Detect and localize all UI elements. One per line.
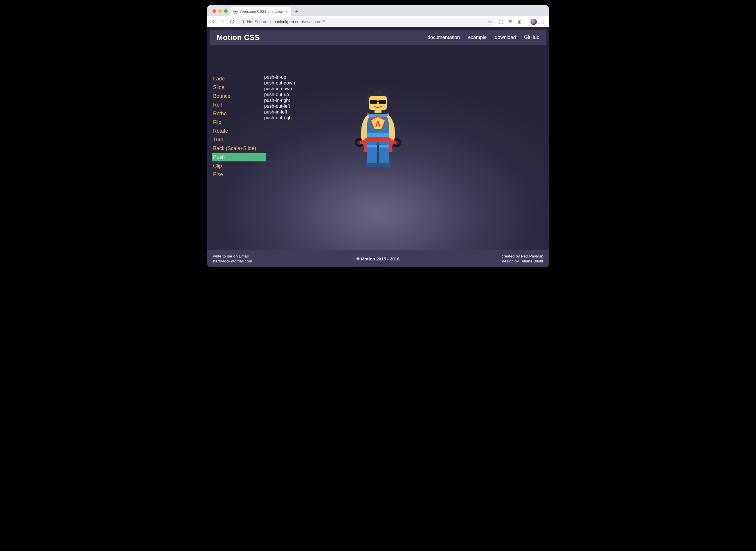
separator [526,19,526,24]
footer-credits: created by Petr Pavlyuk design by Tetian… [501,254,543,263]
category-item-clip[interactable]: Clip [212,161,262,170]
window-controls [212,9,228,13]
animation-item-push-out-up[interactable]: push-out-up [264,92,295,97]
animation-list: push-in-uppush-out-downpush-in-downpush-… [262,74,295,179]
svg-rect-2 [509,22,512,23]
category-list: FadeSlideBounceRollRotboFlipRotateTurnBa… [207,74,262,179]
browser-tab[interactable]: Awesome CSS3 animation × [230,7,291,16]
site-footer: write to me on Email hartryfock@gmail.co… [207,250,549,267]
category-item-else[interactable]: Else [212,170,262,179]
category-item-turn[interactable]: Turn [212,135,262,144]
category-item-flip[interactable]: Flip [212,118,262,126]
hero-letter: A [375,120,381,128]
tab-close-button[interactable]: × [286,9,288,14]
menu-button[interactable]: ⋮ [541,19,546,25]
browser-toolbar: ⓘ Not Secure pavlyukpetr.com/awesome/# ☆… [207,16,549,27]
animation-item-push-in-up[interactable]: push-in-up [264,74,295,80]
animation-item-push-in-right[interactable]: push-in-right [264,97,295,103]
footer-copyright: © Motion 2015 - 2016 [356,256,400,261]
animation-item-push-in-down[interactable]: push-in-down [264,86,295,92]
svg-rect-8 [377,101,379,102]
window-minimize-button[interactable] [218,9,222,13]
svg-rect-19 [379,163,390,167]
extension-icon-2[interactable] [508,19,513,24]
site-nav: documentation example download GitHub [428,35,540,40]
footer-contact: write to me on Email hartryfock@gmail.co… [213,254,252,263]
category-item-fade[interactable]: Fade [212,74,262,83]
nav-link-download[interactable]: download [495,35,516,40]
tab-title: Awesome CSS3 animation [240,10,283,14]
browser-window: Awesome CSS3 animation × + ⓘ Not Secure … [207,5,549,267]
svg-rect-7 [379,100,386,104]
category-item-back-scale-slide-[interactable]: Back (Scale+Slide) [212,144,262,153]
svg-rect-0 [509,20,512,21]
animation-item-push-out-right[interactable]: push-out-right [264,115,295,121]
category-item-rotbo[interactable]: Rotbo [212,109,262,118]
footer-write-label: write to me on Email [213,254,252,259]
animation-item-push-out-down[interactable]: push-out-down [264,80,295,86]
hero-illustration: A [352,88,404,175]
svg-rect-15 [379,145,389,163]
new-tab-button[interactable]: + [293,8,301,16]
footer-designer-link[interactable]: Tetiana Bilotil [520,259,543,263]
nav-link-example[interactable]: example [468,35,487,40]
category-item-bounce[interactable]: Bounce [212,92,262,100]
site-title: Motion CSS [216,33,260,42]
security-indicator[interactable]: ⓘ Not Secure [241,19,267,24]
category-item-rotate[interactable]: Rotate [212,126,262,135]
security-label: Not Secure [247,19,267,24]
extension-icon-1[interactable]: ◯ [498,19,504,24]
site-header: Motion CSS documentation example downloa… [210,30,546,45]
window-close-button[interactable] [212,9,216,13]
category-item-push[interactable]: Push [212,153,266,161]
extension-icon-3[interactable] [517,19,522,24]
profile-avatar[interactable] [531,19,537,25]
footer-email-link[interactable]: hartryfock@gmail.com [213,259,252,263]
nav-link-github[interactable]: GitHub [524,35,540,40]
reload-button[interactable] [229,19,235,25]
svg-rect-1 [509,21,512,22]
svg-rect-17 [379,145,389,147]
extension-icons: ◯ ⋮ [498,19,546,25]
page-viewport: Motion CSS documentation example downloa… [207,27,549,267]
info-icon: ⓘ [241,19,245,24]
url-text: pavlyukpetr.com/awesome/# [273,19,325,24]
animation-item-push-out-left[interactable]: push-out-left [264,103,295,109]
svg-rect-6 [370,100,377,104]
bookmark-star-icon[interactable]: ☆ [488,19,492,24]
tab-strip: Awesome CSS3 animation × + [207,5,549,16]
svg-rect-18 [366,163,377,167]
nav-link-documentation[interactable]: documentation [428,35,460,40]
category-item-roll[interactable]: Roll [212,100,262,109]
svg-rect-9 [374,110,382,113]
category-item-slide[interactable]: Slide [212,83,262,92]
window-zoom-button[interactable] [224,9,228,13]
animation-item-push-in-left[interactable]: push-in-left [264,109,295,115]
footer-author-link[interactable]: Petr Pavlyuk [521,254,543,258]
address-bar[interactable]: ⓘ Not Secure pavlyukpetr.com/awesome/# ☆ [238,18,495,26]
svg-rect-14 [367,145,377,163]
globe-icon [233,10,238,14]
svg-rect-16 [367,145,377,147]
svg-rect-4 [374,90,382,94]
forward-button[interactable] [219,19,226,25]
back-button[interactable] [210,19,216,25]
